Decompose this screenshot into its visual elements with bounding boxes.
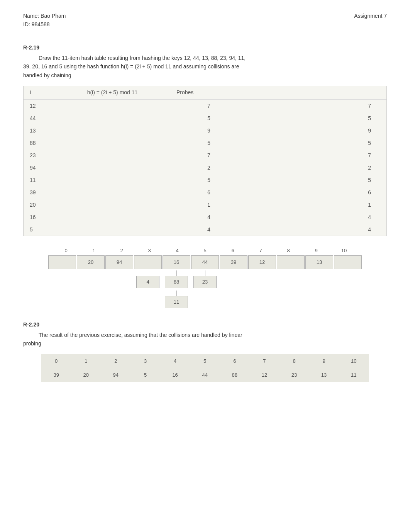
chain-column-l3 <box>76 291 105 310</box>
linear-table: 012345678910 392094516448812231311 <box>41 354 369 382</box>
row-probes: 5 <box>170 174 247 186</box>
linear-value: 16 <box>160 368 190 382</box>
row-h <box>54 174 170 186</box>
row-h <box>54 149 170 161</box>
table-row: 39 6 6 <box>24 186 386 199</box>
r219-desc-line2: 39, 20, 16 and 5 using the hash function… <box>23 63 239 70</box>
chain-column-l3 <box>105 291 134 310</box>
row-i: 88 <box>24 137 54 149</box>
row-val: 2 <box>247 161 386 174</box>
linear-index: 6 <box>220 354 249 368</box>
row-i: 11 <box>24 174 54 186</box>
row-probes: 4 <box>170 211 247 223</box>
chain-column: 23 <box>191 270 219 290</box>
table-row: 12 7 7 <box>24 99 386 112</box>
row-val: 5 <box>247 137 386 149</box>
r219-section: R-2.19 Draw the 11-item hash table resul… <box>23 44 387 310</box>
chain-column <box>105 270 134 290</box>
page-header: Name: Bao Pham ID: 984588 Assignment 7 <box>23 12 387 29</box>
chain-box: 39 <box>220 255 247 269</box>
student-name: Name: Bao Pham <box>23 12 66 20</box>
row-h <box>54 186 170 199</box>
chain-box <box>134 255 162 269</box>
chain-connector <box>205 270 205 276</box>
chain-box: 20 <box>77 255 105 269</box>
row-h <box>54 199 170 211</box>
row-h <box>54 161 170 174</box>
header-right: Assignment 7 <box>354 12 387 29</box>
linear-value: 13 <box>309 368 339 382</box>
chain-index: 6 <box>219 248 247 253</box>
linear-value: 5 <box>130 368 160 382</box>
linear-value: 44 <box>190 368 220 382</box>
row-i: 94 <box>24 161 54 174</box>
table-row: 13 9 9 <box>24 124 386 137</box>
table-row: 44 5 5 <box>24 112 386 124</box>
chain-column <box>248 270 276 290</box>
row-val: 5 <box>247 174 386 186</box>
student-id: ID: 984588 <box>23 20 66 29</box>
row-val: 7 <box>247 99 386 112</box>
linear-index: 5 <box>190 354 220 368</box>
r219-label: R-2.19 <box>23 44 387 51</box>
chain-column: 88 <box>162 270 191 290</box>
row-val: 4 <box>247 211 386 223</box>
row-i: 20 <box>24 199 54 211</box>
header-left: Name: Bao Pham ID: 984588 <box>23 12 66 29</box>
linear-index: 1 <box>71 354 101 368</box>
r220-label: R-2.20 <box>23 321 387 328</box>
linear-index: 4 <box>160 354 190 368</box>
row-h <box>54 223 170 236</box>
chain-column-l3 <box>219 291 248 310</box>
row-val: 6 <box>247 186 386 199</box>
row-h <box>54 112 170 124</box>
row-probes: 7 <box>170 149 247 161</box>
chain-index: 3 <box>136 248 163 253</box>
chain-column-l3 <box>305 291 334 310</box>
row-i: 23 <box>24 149 54 161</box>
linear-value: 23 <box>279 368 309 382</box>
r220-section: R-2.20 The result of the previous exerci… <box>23 321 387 382</box>
chain-indices-row: 012345678910 <box>23 248 387 253</box>
chain-level3: 11 <box>23 291 387 310</box>
chain-box-sub: 23 <box>193 276 217 288</box>
row-val: 9 <box>247 124 386 137</box>
chain-index: 5 <box>191 248 219 253</box>
row-i: 16 <box>24 211 54 223</box>
col-header-val <box>247 86 386 100</box>
row-i: 12 <box>24 99 54 112</box>
r219-desc-line3: handled by chaining <box>23 72 71 78</box>
linear-index: 10 <box>339 354 369 368</box>
table-row: 11 5 5 <box>24 174 386 186</box>
row-h <box>54 137 170 149</box>
chain-column <box>219 270 248 290</box>
chain-column-l3 <box>248 291 276 310</box>
row-probes: 7 <box>170 99 247 112</box>
chain-box: 12 <box>248 255 276 269</box>
row-probes: 4 <box>170 223 247 236</box>
chain-column <box>48 270 76 290</box>
linear-index: 8 <box>279 354 309 368</box>
chain-connector <box>148 270 148 276</box>
linear-value: 88 <box>220 368 249 382</box>
assignment-title: Assignment 7 <box>354 12 387 20</box>
chain-box: 13 <box>305 255 333 269</box>
row-probes: 6 <box>170 186 247 199</box>
table-row: 94 2 2 <box>24 161 386 174</box>
linear-value: 11 <box>339 368 369 382</box>
row-probes: 1 <box>170 199 247 211</box>
chain-index: 2 <box>108 248 136 253</box>
linear-index: 0 <box>41 354 71 368</box>
col-header-probes: Probes <box>170 86 247 100</box>
row-probes: 5 <box>170 112 247 124</box>
chain-box: 44 <box>191 255 219 269</box>
r220-desc-text2: probing <box>23 340 41 347</box>
chain-column: 4 <box>134 270 162 290</box>
r220-desc-text: The result of the previous exercise, ass… <box>39 331 387 339</box>
chain-column-l3 <box>276 291 305 310</box>
row-i: 5 <box>24 223 54 236</box>
table-row: 20 1 1 <box>24 199 386 211</box>
row-val: 5 <box>247 112 386 124</box>
chain-index: 0 <box>52 248 80 253</box>
chain-box <box>48 255 76 269</box>
